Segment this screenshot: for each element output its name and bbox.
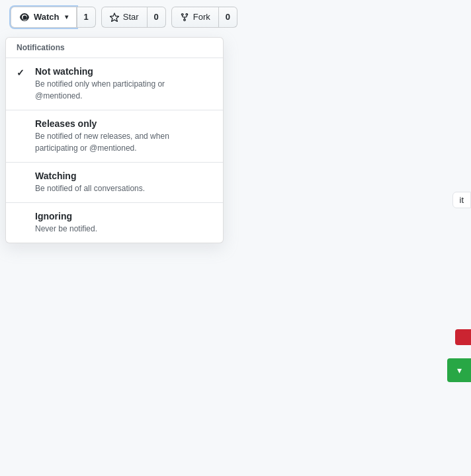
- svg-point-0: [23, 16, 26, 19]
- ignoring-desc: Never be notified.: [35, 223, 97, 235]
- releases-only-title: Releases only: [35, 118, 212, 129]
- watch-label: Watch: [34, 11, 60, 24]
- releases-only-content: Releases only Be notified of new release…: [35, 118, 212, 154]
- green-button-peek[interactable]: ▾: [447, 358, 471, 382]
- releases-only-desc: Be notified of new releases, and when pa…: [35, 130, 212, 154]
- fork-count[interactable]: 0: [218, 7, 237, 28]
- dropdown-item-releases-only[interactable]: ✓ Releases only Be notified of new relea…: [6, 110, 223, 163]
- top-bar: Watch ▾ 1 Star 0 Fork 0: [0, 0, 471, 34]
- fork-button[interactable]: Fork: [171, 7, 218, 28]
- not-watching-title: Not watching: [35, 66, 212, 77]
- watching-content: Watching Be notified of all conversation…: [35, 171, 145, 194]
- dropdown-item-ignoring[interactable]: ✓ Ignoring Never be notified.: [6, 203, 223, 243]
- fork-button-group: Fork 0: [171, 7, 237, 28]
- watch-count[interactable]: 1: [77, 7, 96, 28]
- chevron-down-green-icon: ▾: [457, 365, 462, 376]
- eye-icon: [19, 12, 30, 22]
- chevron-down-icon: ▾: [65, 11, 68, 24]
- star-count[interactable]: 0: [147, 7, 166, 28]
- dropdown-item-not-watching[interactable]: ✓ Not watching Be notified only when par…: [6, 58, 223, 110]
- watch-dropdown: Notifications ✓ Not watching Be notified…: [5, 37, 224, 243]
- watch-button[interactable]: Watch ▾: [11, 7, 77, 28]
- star-button-group: Star 0: [101, 7, 166, 28]
- not-watching-content: Not watching Be notified only when parti…: [35, 66, 212, 102]
- watch-button-group: Watch ▾ 1: [11, 7, 96, 28]
- fork-label: Fork: [193, 11, 210, 24]
- check-icon-not-watching: ✓: [17, 67, 27, 78]
- edit-button-peek[interactable]: it: [452, 192, 472, 208]
- ignoring-content: Ignoring Never be notified.: [35, 211, 97, 235]
- ignoring-title: Ignoring: [35, 211, 97, 221]
- watching-desc: Be notified of all conversations.: [35, 182, 145, 194]
- star-icon: [110, 13, 119, 22]
- star-label: Star: [123, 11, 139, 24]
- not-watching-desc: Be notified only when participating or @…: [35, 78, 212, 102]
- red-indicator-peek: [455, 329, 471, 345]
- svg-marker-1: [110, 13, 118, 22]
- dropdown-item-watching[interactable]: ✓ Watching Be notified of all conversati…: [6, 163, 223, 203]
- fork-icon: [180, 13, 189, 22]
- watching-title: Watching: [35, 171, 145, 181]
- star-button[interactable]: Star: [101, 7, 147, 28]
- dropdown-header: Notifications: [6, 38, 223, 58]
